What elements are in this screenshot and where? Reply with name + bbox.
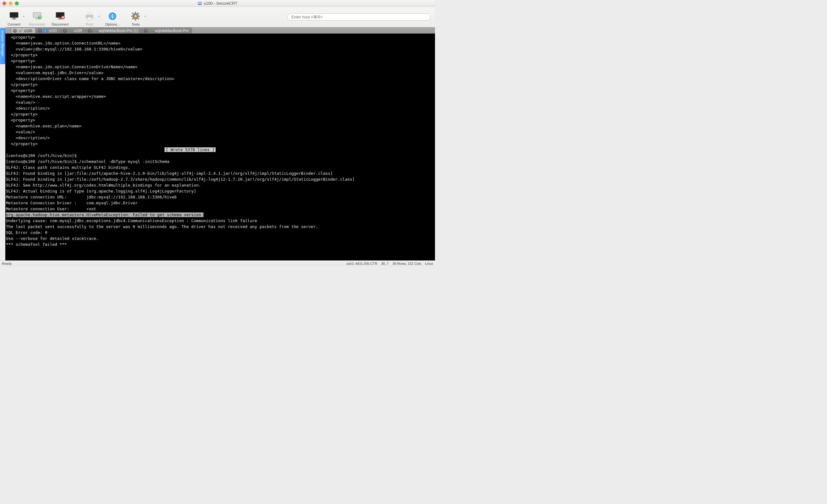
terminal-line: <name>javax.jdo.option.ConnectionURL</na… <box>5 40 435 46</box>
close-tab-icon[interactable]: ✕ <box>88 29 92 33</box>
tab-label: s100 <box>24 29 32 33</box>
disconnect-button[interactable]: Disconnect <box>49 7 72 27</box>
terminal-line: [ Wrote 5278 lines ] <box>5 147 435 153</box>
terminal-line: <description/> <box>5 135 435 141</box>
terminal-line: <name>hive.exec.plan</name> <box>5 123 435 129</box>
svg-rect-26 <box>131 15 133 17</box>
terminal-line: </property> <box>5 111 435 117</box>
terminal-line: SLF4J: See http://www.slf4j.org/codes.ht… <box>5 182 435 188</box>
svg-text:i: i <box>112 14 113 19</box>
terminal[interactable]: <property> <name>javax.jdo.option.Connec… <box>5 34 435 260</box>
monitor-icon <box>8 11 19 22</box>
info-icon: i <box>107 11 118 22</box>
host-search-input[interactable] <box>287 13 431 20</box>
status-platform: Linux <box>425 262 433 265</box>
terminal-line: <description/> <box>5 105 435 111</box>
svg-point-32 <box>134 15 137 17</box>
check-icon <box>93 29 97 33</box>
svg-rect-4 <box>10 13 18 17</box>
window-title: s100 - SecureCRT <box>204 1 237 6</box>
check-icon <box>149 29 153 33</box>
tab-label: s105 <box>74 29 82 33</box>
terminal-line: <name>hive.exec.script.wrapper</name> <box>5 93 435 99</box>
monitor-refresh-icon <box>32 11 43 22</box>
terminal-line: Use --verbose for detailed stacktrace. <box>5 236 435 241</box>
terminal-line: SLF4J: Class path contains multiple SLF4… <box>5 164 435 170</box>
terminal-line: [centos@s100 /soft/hive/bin]$ <box>5 153 435 159</box>
chevron-down-icon: ▾ <box>23 15 24 18</box>
terminal-line: Metastore connection User: root <box>5 206 435 212</box>
zoom-window-button[interactable] <box>15 2 19 5</box>
svg-rect-19 <box>87 17 92 20</box>
session-tab[interactable]: ✕is101 <box>36 28 60 33</box>
close-tab-icon[interactable]: ✕ <box>63 29 67 33</box>
session-manager-panel-tab[interactable]: Session Manager <box>0 28 5 64</box>
session-tab[interactable]: ✕s100 <box>11 28 36 33</box>
terminal-line: </property> <box>5 52 435 58</box>
close-tab-icon[interactable]: ✕ <box>38 29 42 33</box>
svg-rect-27 <box>138 15 140 17</box>
terminal-line: <property> <box>5 117 435 123</box>
reconnect-button[interactable]: Reconnect <box>26 7 49 27</box>
svg-rect-5 <box>13 18 15 19</box>
svg-rect-14 <box>59 18 61 19</box>
terminal-line: SQL Error code: 0 <box>5 230 435 236</box>
svg-rect-1 <box>198 2 201 4</box>
terminal-line: SLF4J: Actual binding is of type [org.ap… <box>5 188 435 194</box>
app-icon <box>198 1 202 6</box>
printer-icon <box>84 11 95 22</box>
tab-label: s101 <box>49 29 57 33</box>
svg-rect-9 <box>36 18 38 19</box>
terminal-line: </property> <box>5 82 435 88</box>
status-cipher: ssh2: AES-256-CTR <box>346 262 377 265</box>
svg-rect-18 <box>87 12 92 15</box>
print-button[interactable]: ▾ Print <box>78 7 101 27</box>
terminal-line: Metastore connection URL: jdbc:mysql://1… <box>5 194 435 200</box>
terminal-line: org.apache.hadoop.hive.metastore.HiveMet… <box>5 212 435 218</box>
title-area: s100 - SecureCRT <box>198 1 237 6</box>
close-tab-icon[interactable]: ✕ <box>13 29 17 33</box>
terminal-line: <property> <box>5 88 435 93</box>
session-tab[interactable]: ✕wqhdeMacBook-Pro <box>142 28 192 33</box>
session-tab[interactable]: ✕wqhdeMacBook-Pro (1) <box>86 28 141 33</box>
terminal-line: SLF4J: Found binding in [jar:file:/soft/… <box>5 170 435 176</box>
status-bar: Ready ssh2: AES-256-CTR 38, 7 38 Rows, 1… <box>0 260 435 266</box>
terminal-line: Metastore Connection Driver : com.mysql.… <box>5 200 435 206</box>
terminal-line: </property> <box>5 141 435 147</box>
info-icon: i <box>43 29 47 33</box>
session-tab[interactable]: ✕s105 <box>61 28 85 33</box>
content: Session Manager ✕s100✕is101✕s105✕wqhdeMa… <box>0 28 435 260</box>
svg-rect-24 <box>135 12 136 14</box>
close-tab-icon[interactable]: ✕ <box>144 29 148 33</box>
terminal-line: <value/> <box>5 99 435 105</box>
status-cursor-pos: 38, 7 <box>381 262 389 265</box>
toolbar: ▾ Connect <box>0 7 435 28</box>
titlebar: s100 - SecureCRT <box>0 0 435 7</box>
terminal-line: <value>jdbc:mysql://192.168.168.1:3306/h… <box>5 46 435 52</box>
tab-label: wqhdeMacBook-Pro <box>155 29 189 33</box>
traffic-lights <box>2 2 19 5</box>
connect-button[interactable]: ▾ Connect <box>2 7 26 27</box>
host-search <box>287 13 431 20</box>
status-dimensions: 38 Rows, 152 Cols <box>392 262 421 265</box>
close-window-button[interactable] <box>2 2 6 5</box>
check-icon <box>18 29 22 33</box>
minimize-window-button[interactable] <box>9 2 12 5</box>
svg-rect-25 <box>135 19 136 20</box>
svg-rect-6 <box>12 19 16 19</box>
terminal-line: SLF4J: Found binding in [jar:file:/soft/… <box>5 176 435 182</box>
app-window: s100 - SecureCRT ▾ Connect <box>0 0 435 266</box>
tools-button[interactable]: ▾ Tools <box>124 7 147 27</box>
terminal-line: <property> <box>5 58 435 64</box>
svg-point-11 <box>38 15 42 19</box>
status-ready: Ready <box>2 262 12 265</box>
terminal-line: [centos@s100 /soft/hive/bin]$./schematoo… <box>5 159 435 164</box>
terminal-line: *** schemaTool failed *** <box>5 241 435 247</box>
gear-icon <box>130 11 141 22</box>
options-button[interactable]: i Options... <box>101 7 124 27</box>
monitor-disconnect-icon <box>54 11 66 22</box>
terminal-line: <description>Driver class name for a JDB… <box>5 76 435 82</box>
terminal-line: <value>com.mysql.jdbc.Driver</value> <box>5 70 435 76</box>
terminal-line: The last packet sent successfully to the… <box>5 224 435 230</box>
chevron-down-icon: ▾ <box>145 15 146 18</box>
